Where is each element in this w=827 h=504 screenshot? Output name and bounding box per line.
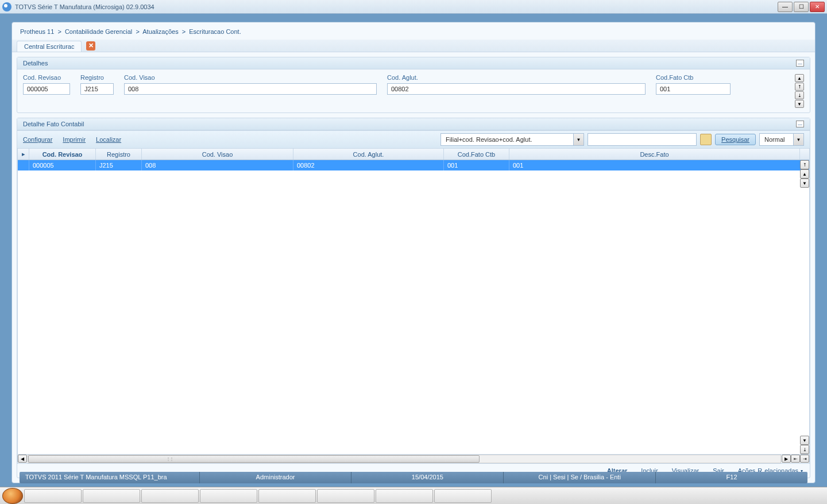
col-registro[interactable]: Registro	[96, 149, 142, 160]
taskbar-item[interactable]	[200, 489, 257, 503]
cell-cod-fato-ctb: 001	[444, 160, 509, 170]
cell-cod-aglut: 00802	[293, 160, 444, 170]
col-desc-fato[interactable]: Desc.Fato	[509, 149, 800, 160]
scroll-up-icon[interactable]: ▲	[800, 169, 809, 179]
breadcrumb-item[interactable]: Protheus 11	[20, 28, 54, 35]
cell-cod-revisao: 000005	[29, 160, 96, 170]
scroll-bottom-icon[interactable]: ⤓	[795, 91, 804, 99]
scroll-start-icon[interactable]: ⇤	[791, 455, 800, 463]
maximize-button[interactable]: ☐	[794, 2, 809, 12]
status-key: F12	[656, 472, 807, 483]
cell-registro: J215	[96, 160, 142, 170]
input-cod-visao[interactable]	[124, 83, 377, 95]
window-titlebar: TOTVS Série T Manufatura (Microsiga) 02.…	[0, 0, 827, 14]
table-row[interactable]: 000005 J215 008 00802 001 001	[18, 160, 809, 170]
col-cod-revisao[interactable]: Cod. Revisao	[29, 149, 96, 160]
clipboard-icon[interactable]	[700, 134, 712, 145]
scroll-top-icon[interactable]: ⤒	[795, 83, 804, 91]
collapse-icon[interactable]: —	[796, 121, 804, 127]
detalhes-title: Detalhes	[23, 60, 48, 67]
taskbar-item[interactable]	[141, 489, 199, 503]
start-button[interactable]	[2, 488, 23, 504]
taskbar-item[interactable]	[258, 489, 316, 503]
scroll-thumb[interactable]	[28, 455, 480, 463]
status-bar: TOTVS 2011 Série T Manufatura MSSQL P11_…	[20, 472, 807, 483]
link-localizar[interactable]: Localizar	[96, 136, 121, 143]
detalhe-fato-title: Detalhe Fato Contabil	[23, 121, 84, 127]
scroll-down-icon[interactable]: ▼	[800, 179, 809, 188]
data-grid: ▸ Cod. Revisao Registro Cod. Visao Cod. …	[17, 149, 810, 464]
close-button[interactable]: ✕	[810, 2, 825, 12]
label-cod-revisao: Cod. Revisao	[23, 74, 70, 81]
link-imprimir[interactable]: Imprimir	[63, 136, 86, 143]
breadcrumb: Protheus 11 > Contabilidade Gerencial > …	[12, 22, 815, 40]
breadcrumb-item[interactable]: Escrituracao Cont.	[189, 28, 241, 35]
mode-combo-text: Normal	[760, 136, 793, 143]
filter-combo-text: Filial+cod. Revisao+cod. Aglut.	[441, 136, 573, 143]
horizontal-scrollbar[interactable]: ◀ ▶ ⇤ ⇥	[18, 454, 809, 463]
grid-header: ▸ Cod. Revisao Registro Cod. Visao Cod. …	[18, 149, 809, 160]
col-cod-fato-ctb[interactable]: Cod.Fato Ctb	[444, 149, 509, 160]
scroll-bottom-icon[interactable]: ⤓	[800, 445, 809, 454]
taskbar-item[interactable]	[24, 489, 82, 503]
chevron-down-icon[interactable]: ▼	[573, 134, 583, 145]
detalhes-panel: Detalhes — Cod. Revisao Registro Cod. Vi…	[17, 57, 810, 113]
taskbar-item[interactable]	[376, 489, 433, 503]
breadcrumb-item[interactable]: Contabilidade Gerencial	[65, 28, 132, 35]
cell-desc-fato: 001	[509, 160, 809, 170]
label-cod-visao: Cod. Visao	[124, 74, 377, 81]
tab-close-button[interactable]: ✕	[86, 41, 95, 51]
search-input[interactable]	[588, 133, 697, 146]
col-cod-visao[interactable]: Cod. Visao	[142, 149, 293, 160]
taskbar-item[interactable]	[83, 489, 140, 503]
input-cod-fato-ctb[interactable]	[656, 83, 731, 95]
detalhe-fato-panel: Detalhe Fato Contabil — Configurar Impri…	[17, 118, 810, 478]
scroll-top-icon[interactable]: ⤒	[800, 160, 809, 169]
scroll-right-icon[interactable]: ▶	[782, 455, 791, 463]
window-title: TOTVS Série T Manufatura (Microsiga) 02.…	[15, 3, 154, 10]
scroll-left-icon[interactable]: ◀	[18, 455, 27, 463]
label-cod-aglut: Cod. Aglut.	[387, 74, 646, 81]
input-registro[interactable]	[80, 83, 114, 95]
filter-combo[interactable]: Filial+cod. Revisao+cod. Aglut. ▼	[440, 133, 584, 146]
label-registro: Registro	[80, 74, 114, 81]
chevron-down-icon[interactable]: ▼	[793, 134, 803, 145]
scroll-down-icon[interactable]: ▼	[795, 100, 804, 108]
mode-combo[interactable]: Normal ▼	[759, 133, 804, 146]
collapse-icon[interactable]: —	[796, 60, 804, 67]
app-icon	[2, 2, 11, 11]
row-handle-header: ▸	[18, 149, 29, 160]
scroll-end-icon[interactable]: ⇥	[800, 455, 809, 463]
scroll-down-icon[interactable]: ▼	[800, 436, 809, 445]
scroll-up-icon[interactable]: ▲	[795, 74, 804, 82]
status-product: TOTVS 2011 Série T Manufatura MSSQL P11_…	[20, 472, 200, 483]
status-date: 15/04/2015	[351, 472, 504, 483]
status-user: Administrador	[200, 472, 352, 483]
input-cod-aglut[interactable]	[387, 83, 646, 95]
breadcrumb-item[interactable]: Atualizações	[142, 28, 178, 35]
pesquisar-button[interactable]: Pesquisar	[715, 134, 756, 145]
taskbar-item[interactable]	[317, 489, 374, 503]
taskbar-item[interactable]	[434, 489, 492, 503]
label-cod-fato-ctb: Cod.Fato Ctb	[656, 74, 731, 81]
tabs-row: Central Escriturac ✕	[12, 40, 815, 52]
link-configurar[interactable]: Configurar	[23, 136, 52, 143]
status-env: Cni | Sesi | Se / Brasilia - Enti	[504, 472, 656, 483]
grid-toolbar: Configurar Imprimir Localizar Filial+cod…	[17, 130, 810, 149]
os-taskbar	[0, 487, 827, 504]
input-cod-revisao[interactable]	[23, 83, 70, 95]
minimize-button[interactable]: —	[778, 2, 793, 12]
col-cod-aglut[interactable]: Cod. Aglut.	[293, 149, 444, 160]
tab-central-escriturac[interactable]: Central Escriturac	[17, 41, 82, 52]
cell-cod-visao: 008	[142, 160, 293, 170]
